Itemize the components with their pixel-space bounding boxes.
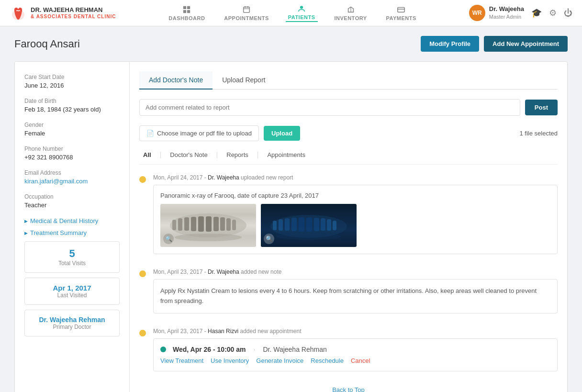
logo-text: DR. WAJEEHA REHMAN & ASSOCIATES DENTAL C…: [31, 6, 116, 20]
phone-label: Phone Number: [24, 146, 120, 152]
filter-doctors-note[interactable]: Doctor's Note: [166, 151, 211, 158]
xray-image-light: 🔍: [160, 204, 256, 247]
svg-rect-31: [306, 217, 312, 232]
timeline-meta-1: Mon, April 24, 2017 - Dr. Wajeeha upload…: [153, 174, 558, 181]
dob-value: Feb 18, 1984 (32 years old): [24, 106, 120, 113]
timeline-meta-2: Mon, April 23, 2017 - Dr. Wajeeha added …: [153, 269, 558, 275]
svg-rect-23: [232, 220, 236, 230]
comment-row: Post: [139, 99, 558, 116]
upload-button[interactable]: Upload: [264, 126, 300, 141]
filter-all[interactable]: All: [139, 151, 155, 158]
note-card: Apply Rx Nystatin Cream to lesions every…: [153, 279, 558, 314]
file-icon: 📄: [146, 130, 154, 137]
patient-sidebar: Care Start Date June 12, 2016 Date of Bi…: [15, 62, 130, 392]
modify-profile-button[interactable]: Modify Profile: [421, 36, 479, 52]
main-layout: Care Start Date June 12, 2016 Date of Bi…: [14, 61, 568, 392]
svg-point-9: [300, 6, 303, 9]
entry2-doctor: Dr. Wajeeha: [208, 269, 239, 275]
filter-reports[interactable]: Reports: [223, 151, 252, 158]
timeline-body-1: Mon, April 24, 2017 - Dr. Wajeeha upload…: [153, 174, 558, 254]
svg-rect-2: [187, 6, 190, 9]
file-selected-text: 1 file selected: [520, 130, 558, 137]
timeline-dot-1: [139, 176, 146, 183]
tab-upload-report[interactable]: Upload Report: [213, 71, 275, 90]
svg-rect-22: [226, 218, 231, 231]
filter-appointments[interactable]: Appointments: [263, 151, 309, 158]
svg-rect-16: [184, 217, 189, 231]
dob-label: Date of Birth: [24, 98, 120, 104]
user-role: Master Admin: [489, 13, 524, 20]
nav-payments[interactable]: PAYMENTS: [384, 5, 419, 21]
svg-rect-28: [285, 218, 290, 231]
svg-rect-5: [244, 7, 250, 12]
clinic-name: DR. WAJEEHA REHMAN: [31, 6, 116, 14]
svg-point-24: [175, 234, 242, 241]
add-appointment-button[interactable]: Add New Appointment: [484, 36, 568, 52]
occupation-label: Occupation: [24, 193, 120, 200]
graduation-icon[interactable]: 🎓: [531, 8, 542, 18]
svg-point-36: [276, 233, 341, 240]
svg-rect-34: [327, 219, 331, 231]
zoom-icon-dark[interactable]: 🔍: [264, 234, 274, 244]
inventory-icon: [347, 5, 355, 14]
svg-rect-30: [299, 217, 304, 232]
gender-label: Gender: [24, 122, 120, 128]
payments-icon: [397, 5, 405, 14]
nav-patients[interactable]: PATIENTS: [286, 4, 318, 22]
logo: DR. WAJEEHA REHMAN & ASSOCIATES DENTAL C…: [10, 4, 116, 22]
tab-doctors-note[interactable]: Add Doctor's Note: [139, 71, 213, 90]
timeline-body-2: Mon, April 23, 2017 - Dr. Wajeeha added …: [153, 269, 558, 314]
appointment-datetime: Wed, Apr 26 - 10:00 am: [173, 346, 246, 353]
report-card: Panoramic x-ray of Farooq, date of captu…: [153, 185, 558, 254]
back-to-top-link[interactable]: Back to Top: [332, 386, 365, 392]
nav-appointments[interactable]: APPOINTMENTS: [222, 5, 271, 21]
patients-icon: [297, 4, 306, 13]
choose-file-button[interactable]: 📄 Choose image or pdf file to upload: [139, 125, 259, 141]
post-button[interactable]: Post: [525, 100, 558, 115]
appointments-icon: [242, 5, 251, 14]
svg-rect-1: [183, 6, 186, 9]
timeline-entry-note: Mon, April 23, 2017 - Dr. Wajeeha added …: [139, 269, 558, 314]
entry1-doctor: Dr. Wajeeha: [208, 174, 239, 181]
phone-value: +92 321 8900768: [24, 154, 120, 161]
main-nav: DASHBOARD APPOINTMENTS PATIENTS INVENTOR…: [166, 4, 419, 22]
treatment-summary-link[interactable]: Treatment Summary: [24, 229, 120, 236]
clinic-sub: & ASSOCIATES DENTAL CLINIC: [31, 14, 116, 20]
upload-row: 📄 Choose image or pdf file to upload Upl…: [139, 125, 558, 141]
reschedule-link[interactable]: Reschedule: [311, 357, 344, 364]
timeline-entry-report: Mon, April 24, 2017 - Dr. Wajeeha upload…: [139, 174, 558, 254]
timeline-dot-3: [139, 330, 146, 336]
timeline-dot-2: [139, 270, 146, 277]
total-visits-box: 5 Total Visits: [24, 241, 120, 273]
settings-icon[interactable]: ⚙: [549, 8, 557, 18]
svg-rect-27: [279, 219, 283, 231]
gender-value: Female: [24, 130, 120, 137]
svg-rect-29: [291, 218, 297, 231]
xray-svg-light: [163, 206, 254, 245]
gender-group: Gender Female: [24, 122, 120, 137]
doctor-name: Dr. Wajeeha Rehman: [31, 316, 113, 324]
svg-rect-26: [273, 221, 277, 230]
timeline-body-3: Mon, April 23, 2017 - Hasan Rizvi added …: [153, 328, 558, 371]
generate-invoice-link[interactable]: Generate Invoice: [256, 357, 303, 364]
svg-rect-14: [172, 220, 176, 230]
care-start-date-value: June 12, 2016: [24, 82, 120, 89]
content-tabs: Add Doctor's Note Upload Report: [139, 71, 558, 90]
nav-dashboard[interactable]: DASHBOARD: [166, 5, 207, 21]
total-visits-number: 5: [31, 247, 113, 260]
last-visited-label: Last Visited: [31, 292, 113, 299]
svg-rect-32: [314, 218, 319, 231]
medical-history-link[interactable]: Medical & Dental History: [24, 217, 120, 224]
comment-input[interactable]: [139, 99, 520, 116]
xray-images: 🔍: [160, 204, 550, 247]
nav-inventory[interactable]: INVENTORY: [332, 5, 369, 21]
view-treatment-link[interactable]: View Treatment: [160, 357, 203, 364]
svg-rect-35: [333, 221, 336, 230]
total-visits-label: Total Visits: [31, 260, 113, 267]
zoom-icon-light[interactable]: 🔍: [163, 234, 174, 244]
use-inventory-link[interactable]: Use Inventory: [211, 357, 249, 364]
email-value[interactable]: kiran.jafari@gmail.com: [24, 178, 120, 185]
power-icon[interactable]: ⏻: [564, 8, 572, 18]
cancel-link[interactable]: Cancel: [351, 357, 370, 364]
back-to-top: Back to Top: [139, 386, 558, 392]
